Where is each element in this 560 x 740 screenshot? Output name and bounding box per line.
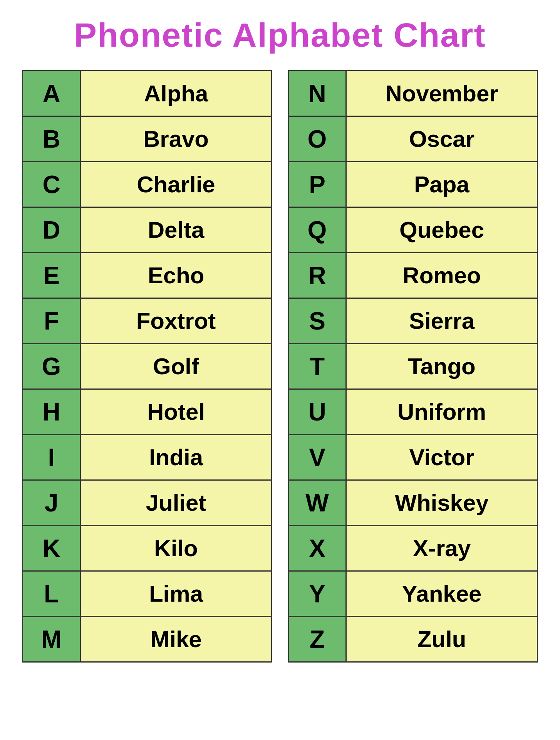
letter-cell: G: [23, 344, 80, 389]
word-cell: Whiskey: [346, 480, 538, 526]
letter-cell: S: [288, 298, 346, 344]
table-row: HHotel: [23, 389, 272, 435]
table-row: GGolf: [23, 344, 272, 389]
page: Phonetic Alphabet Chart AAlphaBBravoCCha…: [0, 0, 560, 740]
word-cell: Lima: [80, 571, 272, 617]
table-row: LLima: [23, 571, 272, 617]
table-row: BBravo: [23, 116, 272, 162]
table-row: JJuliet: [23, 480, 272, 526]
table-row: PPapa: [288, 162, 538, 207]
word-cell: Golf: [80, 344, 272, 389]
letter-cell: L: [23, 571, 80, 617]
tables-container: AAlphaBBravoCCharlieDDeltaEEchoFFoxtrotG…: [19, 70, 541, 663]
table-row: UUniform: [288, 389, 538, 435]
word-cell: Echo: [80, 253, 272, 298]
word-cell: November: [346, 71, 538, 116]
letter-cell: I: [23, 435, 80, 480]
word-cell: Papa: [346, 162, 538, 207]
word-cell: Foxtrot: [80, 298, 272, 344]
table-row: MMike: [23, 617, 272, 662]
word-cell: Juliet: [80, 480, 272, 526]
word-cell: Mike: [80, 617, 272, 662]
word-cell: Quebec: [346, 207, 538, 253]
word-cell: Kilo: [80, 526, 272, 571]
letter-cell: R: [288, 253, 346, 298]
word-cell: Uniform: [346, 389, 538, 435]
word-cell: India: [80, 435, 272, 480]
word-cell: Romeo: [346, 253, 538, 298]
letter-cell: J: [23, 480, 80, 526]
word-cell: Yankee: [346, 571, 538, 617]
letter-cell: K: [23, 526, 80, 571]
table-row: NNovember: [288, 71, 538, 116]
table-row: OOscar: [288, 116, 538, 162]
letter-cell: Q: [288, 207, 346, 253]
letter-cell: M: [23, 617, 80, 662]
word-cell: Sierra: [346, 298, 538, 344]
table-row: KKilo: [23, 526, 272, 571]
page-title: Phonetic Alphabet Chart: [74, 15, 486, 55]
word-cell: X-ray: [346, 526, 538, 571]
letter-cell: E: [23, 253, 80, 298]
table-row: DDelta: [23, 207, 272, 253]
letter-cell: H: [23, 389, 80, 435]
letter-cell: P: [288, 162, 346, 207]
table-row: YYankee: [288, 571, 538, 617]
letter-cell: Z: [288, 617, 346, 662]
table-row: VVictor: [288, 435, 538, 480]
left-table: AAlphaBBravoCCharlieDDeltaEEchoFFoxtrotG…: [22, 70, 272, 663]
letter-cell: Y: [288, 571, 346, 617]
letter-cell: C: [23, 162, 80, 207]
letter-cell: T: [288, 344, 346, 389]
word-cell: Charlie: [80, 162, 272, 207]
table-row: RRomeo: [288, 253, 538, 298]
word-cell: Hotel: [80, 389, 272, 435]
right-table: NNovemberOOscarPPapaQQuebecRRomeoSSierra…: [288, 70, 538, 663]
table-row: EEcho: [23, 253, 272, 298]
word-cell: Zulu: [346, 617, 538, 662]
letter-cell: O: [288, 116, 346, 162]
table-row: SSierra: [288, 298, 538, 344]
word-cell: Delta: [80, 207, 272, 253]
table-row: XX-ray: [288, 526, 538, 571]
word-cell: Victor: [346, 435, 538, 480]
word-cell: Oscar: [346, 116, 538, 162]
word-cell: Tango: [346, 344, 538, 389]
table-row: ZZulu: [288, 617, 538, 662]
letter-cell: W: [288, 480, 346, 526]
letter-cell: D: [23, 207, 80, 253]
letter-cell: V: [288, 435, 346, 480]
word-cell: Bravo: [80, 116, 272, 162]
letter-cell: U: [288, 389, 346, 435]
word-cell: Alpha: [80, 71, 272, 116]
table-row: AAlpha: [23, 71, 272, 116]
letter-cell: B: [23, 116, 80, 162]
letter-cell: X: [288, 526, 346, 571]
letter-cell: F: [23, 298, 80, 344]
table-row: QQuebec: [288, 207, 538, 253]
letter-cell: N: [288, 71, 346, 116]
table-row: IIndia: [23, 435, 272, 480]
letter-cell: A: [23, 71, 80, 116]
table-row: FFoxtrot: [23, 298, 272, 344]
table-row: WWhiskey: [288, 480, 538, 526]
table-row: CCharlie: [23, 162, 272, 207]
table-row: TTango: [288, 344, 538, 389]
